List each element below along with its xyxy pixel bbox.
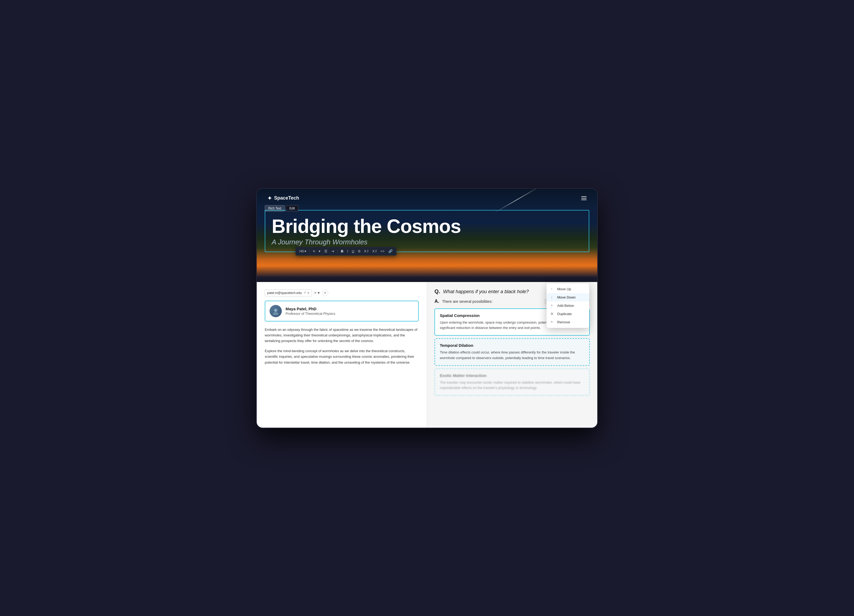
menu-button[interactable] xyxy=(581,196,587,200)
toolbar-divider-2 xyxy=(337,249,338,253)
hero-title: Bridging the Cosmos xyxy=(272,216,582,237)
possibility-card-exotic: Exotic Matter Interaction The traveler m… xyxy=(435,368,590,396)
hero-subtitle: A Journey Through Wormholes xyxy=(272,238,582,246)
rich-text-tab[interactable]: Rich Text xyxy=(265,205,285,211)
svg-point-0 xyxy=(274,309,277,312)
close-input-icon[interactable]: × xyxy=(314,291,317,295)
author-chip[interactable]: patel.m@spacetech.edu ↗ × xyxy=(265,289,312,297)
card-title-temporal: Temporal Dilation xyxy=(440,343,584,348)
author-input-row: patel.m@spacetech.edu ↗ × × ▾ + xyxy=(265,289,419,297)
avatar xyxy=(270,305,282,317)
superscript-button[interactable]: X2 xyxy=(371,249,378,254)
move-down-label: Move Down xyxy=(557,295,576,299)
card-title-exotic: Exotic Matter Interaction xyxy=(440,373,584,378)
qa-answer-left: A. There are several possibilities: xyxy=(435,298,493,304)
author-title: Professor of Theoretical Physics xyxy=(285,312,335,316)
remove-item[interactable]: × Remove xyxy=(547,318,589,326)
top-nav: ✦ SpaceTech xyxy=(257,189,597,208)
add-below-icon: + xyxy=(551,304,555,307)
content-area: ✦ SpaceTech Rich Text Edit Bridging the … xyxy=(257,189,597,427)
duplicate-item[interactable]: ⧉ Duplicate xyxy=(547,310,589,318)
align-left-button[interactable]: ≡ xyxy=(312,249,316,254)
a-label: A. xyxy=(435,298,439,304)
input-controls: × ▾ xyxy=(314,290,320,295)
move-up-icon: ↑ xyxy=(551,287,555,291)
app-name: SpaceTech xyxy=(274,195,299,201)
card-body-exotic: The traveler may encounter exotic matter… xyxy=(440,380,584,391)
possibility-card-temporal[interactable]: Temporal Dilation Time dilation effects … xyxy=(435,338,590,366)
screen: ✦ SpaceTech Rich Text Edit Bridging the … xyxy=(256,188,598,428)
logo: ✦ SpaceTech xyxy=(267,195,299,201)
subscript-button[interactable]: X2 xyxy=(363,249,370,254)
duplicate-icon: ⧉ xyxy=(551,312,555,316)
add-below-item[interactable]: + Add Below xyxy=(547,301,589,310)
underline-button[interactable]: U xyxy=(351,249,355,254)
question-text: What happens if you enter a black hole? xyxy=(443,289,529,294)
card-body-temporal: Time dilation effects could occur, where… xyxy=(440,350,584,361)
author-info: Maya Patel, PhD Professor of Theoretical… xyxy=(285,307,335,316)
editor-tabs: Rich Text Edit xyxy=(265,205,298,211)
indent-button[interactable]: ⇥ xyxy=(330,249,335,254)
author-email: patel.m@spacetech.edu xyxy=(267,291,302,295)
italic-button[interactable]: I xyxy=(346,249,349,254)
toolbar-divider-1 xyxy=(310,249,310,253)
answer-text: There are several possibilities: xyxy=(442,299,493,304)
add-author-button[interactable]: + xyxy=(322,290,328,296)
remove-icon: × xyxy=(551,320,555,324)
svg-point-1 xyxy=(273,312,278,315)
duplicate-label: Duplicate xyxy=(557,312,572,316)
left-column: patel.m@spacetech.edu ↗ × × ▾ + xyxy=(257,282,427,427)
hero-text-area[interactable]: Bridging the Cosmos A Journey Through Wo… xyxy=(265,210,589,252)
strikethrough-button[interactable]: S xyxy=(357,249,361,254)
logo-icon: ✦ xyxy=(267,195,272,201)
expand-input-icon[interactable]: ▾ xyxy=(317,290,320,295)
move-up-label: Move Up xyxy=(557,287,571,291)
edit-tab[interactable]: Edit xyxy=(286,205,298,211)
external-link-icon: ↗ xyxy=(303,291,306,295)
move-down-item[interactable]: ↓ Move Down xyxy=(547,293,589,301)
add-below-label: Add Below xyxy=(557,304,574,307)
move-up-item[interactable]: ↑ Move Up xyxy=(547,285,589,293)
align-center-button[interactable]: ☰ xyxy=(323,249,328,254)
main-layout: patel.m@spacetech.edu ↗ × × ▾ + xyxy=(257,282,597,427)
context-menu: ↑ Move Up ↓ Move Down + Add Below ⧉ Dupl… xyxy=(547,283,589,328)
body-paragraph-2: Explore the mind-bending concept of worm… xyxy=(265,348,419,365)
bold-button[interactable]: B xyxy=(340,249,344,254)
move-down-icon: ↓ xyxy=(551,295,555,299)
author-card: Maya Patel, PhD Professor of Theoretical… xyxy=(265,301,419,321)
link-button[interactable]: 🔗 xyxy=(387,249,393,254)
heading-select[interactable]: H5 ▾ xyxy=(298,249,307,254)
remove-author-button[interactable]: × xyxy=(307,291,310,295)
remove-label: Remove xyxy=(557,320,570,324)
format-toolbar: H5 ▾ ≡ ▾ ☰ ⇥ B I U S X2 X2 <> 🔗 xyxy=(296,247,396,256)
q-label: Q. xyxy=(435,288,440,294)
body-paragraph-1: Embark on an odyssey through the fabric … xyxy=(265,327,419,344)
align-dropdown[interactable]: ▾ xyxy=(317,249,322,254)
code-button[interactable]: <> xyxy=(380,249,386,254)
author-name: Maya Patel, PhD xyxy=(285,307,335,311)
